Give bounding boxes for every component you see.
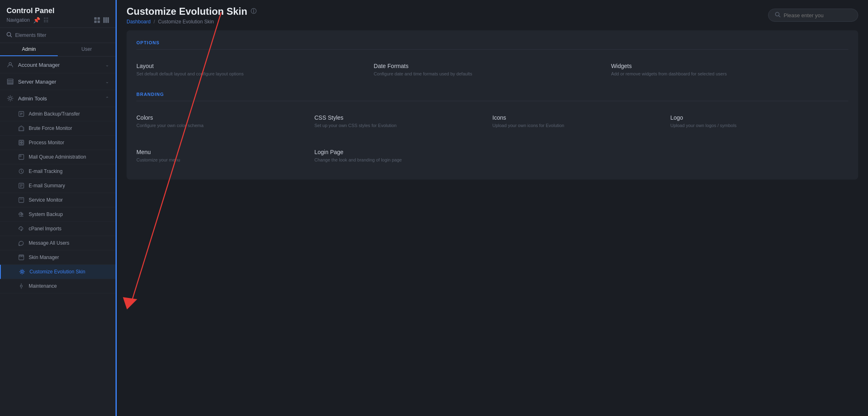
service-monitor-label: Service Monitor: [29, 197, 63, 203]
option-colors-title: Colors: [136, 114, 306, 121]
sidebar-nav-label: Navigation: [7, 17, 30, 23]
svg-rect-10: [7, 79, 13, 81]
list-icon[interactable]: ☷: [43, 17, 49, 23]
nav-section: Account Manager ⌄ Server Manager ⌄ Admin…: [0, 57, 116, 293]
breadcrumb-parent[interactable]: Dashboard: [127, 19, 151, 25]
sidebar-nav-row: Navigation 📌 ☷: [7, 17, 109, 23]
option-icons[interactable]: Icons Upload your own icons for Evolutio…: [492, 108, 671, 135]
sidebar-header: Control Panel Navigation 📌 ☷: [0, 0, 116, 28]
page-title-area: Customize Evolution Skin ⓘ Dashboard / C…: [127, 6, 768, 25]
option-layout[interactable]: Layout Set default default layout and co…: [136, 56, 374, 84]
sidebar-item-service-monitor[interactable]: Service Monitor: [0, 193, 116, 207]
svg-rect-4: [103, 17, 105, 23]
pin-icon[interactable]: 📌: [33, 17, 40, 23]
svg-rect-21: [20, 143, 21, 145]
columns-view-icon[interactable]: [103, 17, 109, 23]
option-menu-desc: Customize your menu: [136, 157, 306, 163]
sidebar-item-cpanel-imports[interactable]: cPanel Imports: [0, 222, 116, 236]
svg-rect-5: [105, 17, 107, 23]
option-widgets-title: Widgets: [611, 63, 840, 69]
breadcrumb-current: Customize Evolution Skin: [158, 19, 214, 25]
option-menu[interactable]: Menu Customize your menu: [136, 142, 315, 170]
admin-tools-label: Admin Tools: [18, 95, 101, 102]
svg-rect-20: [22, 141, 23, 143]
option-css-styles[interactable]: CSS Styles Set up your own CSS styles fo…: [315, 108, 493, 135]
svg-marker-40: [123, 297, 137, 309]
sidebar-item-brute-force[interactable]: Brute Force Monitor: [0, 121, 116, 136]
server-manager-label: Server Manager: [18, 79, 101, 85]
process-monitor-icon: [18, 139, 25, 146]
server-manager-chevron: ⌄: [105, 79, 109, 84]
sidebar-item-account-manager[interactable]: Account Manager ⌄: [0, 57, 116, 73]
sidebar-item-server-manager[interactable]: Server Manager ⌄: [0, 73, 116, 90]
sidebar-item-admin-backup[interactable]: Admin Backup/Transfer: [0, 107, 116, 121]
option-menu-title: Menu: [136, 149, 306, 155]
brute-force-icon: [18, 125, 25, 132]
admin-backup-label: Admin Backup/Transfer: [29, 111, 80, 117]
customize-evolution-icon: [19, 268, 25, 275]
topbar-search-icon: [775, 12, 780, 18]
sidebar-item-maintenance[interactable]: Maintenance: [0, 279, 116, 293]
sidebar-item-message-all[interactable]: Message All Users: [0, 236, 116, 250]
sidebar-item-skin-manager[interactable]: Skin Manager: [0, 250, 116, 265]
brute-force-label: Brute Force Monitor: [29, 125, 72, 131]
option-css-styles-desc: Set up your own CSS styles for Evolution: [315, 123, 485, 129]
options-card: OPTIONS Layout Set default default layou…: [127, 30, 858, 180]
svg-rect-12: [7, 83, 13, 84]
svg-rect-2: [94, 20, 97, 23]
tab-row: Admin User: [0, 43, 116, 57]
help-icon[interactable]: ⓘ: [251, 8, 256, 15]
sidebar-icons-right: [94, 17, 109, 23]
grid-view-icon[interactable]: [94, 17, 100, 23]
svg-rect-11: [7, 81, 13, 83]
sidebar-item-process-monitor[interactable]: Process Monitor: [0, 136, 116, 150]
skin-manager-icon: [18, 254, 25, 261]
option-icons-title: Icons: [492, 114, 662, 121]
svg-rect-19: [20, 141, 21, 143]
sidebar-item-customize-evolution[interactable]: Customize Evolution Skin: [0, 265, 116, 279]
option-colors[interactable]: Colors Configure your own color schema: [136, 108, 315, 135]
search-input[interactable]: [784, 12, 849, 18]
svg-rect-1: [97, 17, 100, 20]
option-login-page-title: Login Page: [315, 149, 485, 155]
option-date-formats[interactable]: Date Formats Configure date and time for…: [374, 56, 611, 84]
elements-filter-label: Elements filter: [15, 32, 46, 38]
svg-rect-34: [22, 256, 23, 257]
tab-admin[interactable]: Admin: [0, 43, 58, 56]
maintenance-label: Maintenance: [29, 283, 57, 289]
topbar: Customize Evolution Skin ⓘ Dashboard / C…: [117, 0, 868, 30]
svg-rect-33: [20, 256, 21, 257]
content-area: OPTIONS Layout Set default default layou…: [117, 30, 868, 416]
sidebar-item-email-tracking[interactable]: E-mail Tracking: [0, 164, 116, 179]
svg-rect-3: [97, 20, 100, 23]
option-logo[interactable]: Logo Upload your own logos / symbols: [671, 108, 849, 135]
breadcrumb-separator: /: [154, 19, 155, 25]
option-layout-desc: Set default default layout and configure…: [136, 71, 365, 77]
option-widgets[interactable]: Widgets Add or remove widgets from dashb…: [611, 56, 848, 84]
option-widgets-desc: Add or remove widgets from dashboard for…: [611, 71, 840, 77]
branding-section-label: BRANDING: [136, 92, 848, 101]
option-login-page-desc: Change the look and branding of login pa…: [315, 157, 485, 163]
option-logo-desc: Upload your own logos / symbols: [671, 123, 841, 129]
tab-user[interactable]: User: [58, 43, 116, 56]
sidebar-item-admin-tools[interactable]: Admin Tools ⌃: [0, 90, 116, 107]
elements-filter[interactable]: Elements filter: [0, 28, 116, 43]
option-layout-title: Layout: [136, 63, 365, 69]
cpanel-imports-label: cPanel Imports: [29, 226, 61, 232]
system-backup-icon: [18, 211, 25, 218]
admin-tools-chevron: ⌃: [105, 96, 109, 101]
sidebar-item-system-backup[interactable]: System Backup: [0, 207, 116, 222]
page-title: Customize Evolution Skin ⓘ: [127, 6, 768, 17]
options-section-label: OPTIONS: [136, 40, 848, 50]
sidebar-item-email-summary[interactable]: E-mail Summary: [0, 179, 116, 193]
svg-point-35: [21, 271, 23, 273]
option-logo-title: Logo: [671, 114, 841, 121]
svg-point-13: [9, 97, 11, 100]
svg-line-8: [10, 36, 12, 37]
option-login-page[interactable]: Login Page Change the look and branding …: [315, 142, 493, 170]
options-grid: Layout Set default default layout and co…: [136, 56, 848, 84]
svg-rect-30: [19, 198, 24, 202]
sidebar-item-mail-queue[interactable]: Mail Queue Administration: [0, 150, 116, 164]
maintenance-icon: [18, 283, 25, 289]
svg-point-36: [20, 285, 23, 287]
